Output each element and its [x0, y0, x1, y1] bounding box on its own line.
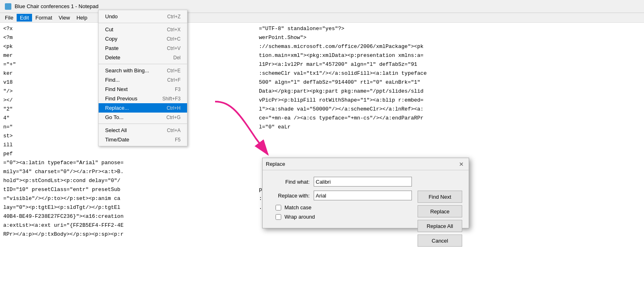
menu-item-find-next-shortcut: F3 — [175, 87, 181, 92]
menu-item-find-previous-shortcut: Shift+F3 — [162, 96, 181, 102]
menu-format[interactable]: Format — [32, 14, 55, 22]
menu-item-replace[interactable]: Replace... Ctrl+H — [99, 103, 187, 113]
menu-item-find-shortcut: Ctrl+F — [167, 77, 181, 83]
menu-item-goto-label: Go To... — [105, 114, 123, 120]
separator-3 — [99, 124, 187, 124]
match-case-row: Match case — [276, 204, 412, 211]
menu-item-goto-shortcut: Ctrl+G — [166, 115, 181, 120]
menu-item-find-next[interactable]: Find Next F3 — [99, 85, 187, 94]
text-line: vPicPr><p:blipFill rotWithShape="1"><a:b… — [259, 96, 641, 105]
menu-item-paste-shortcut: Ctrl+V — [167, 46, 181, 51]
text-line: ="0"><a:latin typeface="Arial" panose= — [3, 158, 252, 167]
menu-item-search-bing-label: Search with Bing... — [105, 67, 149, 74]
dialog-close-button[interactable]: ✕ — [457, 160, 465, 168]
app-icon — [5, 3, 11, 10]
menu-item-find-label: Find... — [105, 77, 120, 83]
match-case-checkbox[interactable] — [276, 205, 281, 211]
replace-with-input[interactable] — [314, 191, 412, 200]
text-line: werPoint.Show"> — [259, 33, 641, 42]
replace-button[interactable]: Replace — [418, 205, 462, 217]
wrap-around-label: Wrap around — [284, 214, 315, 220]
text-line: l="0" eaLr — [259, 123, 641, 132]
text-line: :schemeClr val="tx1"/></a:solidFill><a:l… — [259, 69, 641, 78]
menu-item-delete-label: Delete — [105, 54, 121, 61]
menu-item-search-bing[interactable]: Search with Bing... Ctrl+E — [99, 66, 187, 75]
menu-item-goto[interactable]: Go To... Ctrl+G — [99, 113, 187, 122]
replace-dialog: Replace ✕ Find what: Replace with: Match… — [262, 158, 469, 228]
find-what-label: Find what: — [269, 179, 314, 185]
separator-2 — [99, 64, 187, 64]
menu-help[interactable]: Help — [73, 14, 90, 22]
menu-item-undo-shortcut: Ctrl+Z — [167, 14, 181, 20]
text-line: a:extLst><a:ext uri="{FF2B5EF4-FFF2-4E — [3, 221, 252, 230]
menu-file[interactable]: File — [2, 14, 17, 22]
text-line: pef — [3, 150, 252, 158]
separator-1 — [99, 23, 187, 23]
menu-edit[interactable]: Edit — [17, 14, 32, 22]
window-title: Blue Chair conferences 1 - Notepad — [15, 3, 99, 9]
menu-item-select-all[interactable]: Select All Ctrl+A — [99, 126, 187, 135]
menu-item-select-all-label: Select All — [105, 127, 127, 133]
find-what-input[interactable] — [314, 177, 412, 187]
match-case-label: Match case — [284, 204, 311, 211]
text-line: ce="+mn-ea /><a:cs typeface="+mn-cs"/></… — [259, 114, 641, 123]
menu-item-paste-label: Paste — [105, 45, 118, 51]
menu-view[interactable]: View — [56, 14, 73, 22]
dialog-checkboxes: Match case Wrap around — [269, 204, 412, 220]
text-line: l1Pr><a:lvl2Pr marL="457200" algn="l" de… — [259, 60, 641, 69]
menu-item-find-previous-label: Find Previous — [105, 95, 137, 102]
edit-dropdown-menu: Undo Ctrl+Z Cut Ctrl+X Copy Ctrl+C Paste… — [98, 10, 187, 146]
menu-item-copy-shortcut: Ctrl+C — [167, 36, 181, 42]
replace-all-button[interactable]: Replace All — [418, 220, 462, 232]
replace-with-row: Replace with: — [269, 191, 412, 200]
menu-item-undo-label: Undo — [105, 13, 118, 20]
text-line: 500" algn="l" defTabSz="914400" rtl="0" … — [259, 78, 641, 87]
menu-item-cut[interactable]: Cut Ctrl+X — [99, 25, 187, 34]
menu-item-replace-label: Replace... — [105, 105, 129, 111]
cancel-button[interactable]: Cancel — [418, 234, 462, 247]
text-line: RPr></a:p></p:txBody></p:sp><p:sp><p:r — [3, 230, 252, 239]
menu-item-select-all-shortcut: Ctrl+A — [167, 128, 181, 133]
menu-item-undo[interactable]: Undo Ctrl+Z — [99, 12, 187, 21]
find-what-row: Find what: — [269, 177, 412, 187]
menu-item-cut-shortcut: Ctrl+X — [167, 27, 181, 33]
menu-bar: File Edit Format View Help — [0, 13, 644, 23]
menu-item-copy-label: Copy — [105, 36, 117, 42]
text-line: 40B4-BE49-F238E27FC236}"><a16:creation — [3, 212, 252, 221]
text-line: l"><a:shade val="50000"/></a:schemeClr><… — [259, 105, 641, 114]
find-next-button[interactable]: Find Next — [418, 191, 462, 203]
menu-item-delete[interactable]: Delete Del — [99, 53, 187, 62]
menu-item-copy[interactable]: Copy Ctrl+C — [99, 34, 187, 43]
text-line: tion.main+xml"><pkg:xmlData><p:presentat… — [259, 51, 641, 60]
menu-item-find-previous[interactable]: Find Previous Shift+F3 — [99, 94, 187, 103]
menu-item-search-bing-shortcut: Ctrl+E — [167, 68, 181, 74]
menu-item-delete-shortcut: Del — [173, 55, 181, 61]
replace-with-label: Replace with: — [269, 193, 314, 199]
menu-item-replace-shortcut: Ctrl+H — [167, 105, 181, 111]
dialog-buttons: Find Next Replace Replace All Cancel — [418, 191, 462, 247]
text-line: mily="34" charset="0"/></a:rPr><a:t>B. — [3, 167, 252, 176]
dialog-body: Find what: Replace with: Match case Wrap… — [263, 170, 469, 228]
menu-item-find[interactable]: Find... Ctrl+F — [99, 75, 187, 85]
text-line: Data></pkg:part><pkg:part pkg:name="/ppt… — [259, 87, 641, 96]
menu-item-find-next-label: Find Next — [105, 86, 128, 92]
dialog-title: Replace — [266, 161, 285, 167]
menu-item-time-date-label: Time/Date — [105, 137, 129, 143]
title-bar: Blue Chair conferences 1 - Notepad — [0, 0, 644, 13]
text-line: lay="0"><p:tgtEl><p:sldTgt/></p:tgtEl — [3, 203, 252, 212]
text-line: ="UTF-8" standalone="yes"?> — [259, 24, 641, 33]
wrap-around-checkbox[interactable] — [276, 214, 281, 220]
menu-item-cut-label: Cut — [105, 26, 113, 33]
menu-item-time-date[interactable]: Time/Date F5 — [99, 135, 187, 144]
dialog-title-bar: Replace ✕ — [263, 158, 469, 170]
menu-item-paste[interactable]: Paste Ctrl+V — [99, 43, 187, 53]
text-line: hold"><p:stCondLst><p:cond delay="0"/ — [3, 176, 252, 185]
text-line: ="visible"/></p:to></p:set><p:anim ca — [3, 194, 252, 203]
text-line: tID="10" presetClass="entr" presetSub — [3, 185, 252, 194]
text-line: ://schemas.microsoft.com/office/2006/xml… — [259, 42, 641, 51]
wrap-around-row: Wrap around — [276, 214, 412, 220]
menu-item-time-date-shortcut: F5 — [175, 137, 181, 143]
